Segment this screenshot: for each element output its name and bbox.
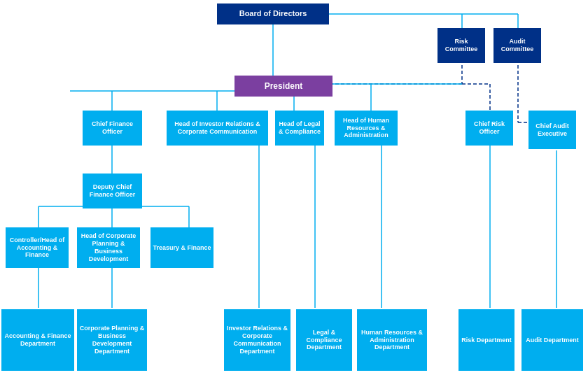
- cro: Chief Risk Officer: [465, 111, 513, 146]
- risk-committee: Risk Committee: [438, 28, 485, 63]
- legal-dept: Legal & Compliance Department: [296, 309, 352, 371]
- cae: Chief Audit Executive: [528, 111, 576, 149]
- cfo: Chief Finance Officer: [83, 111, 142, 146]
- org-chart: Board of Directors Risk Committee Audit …: [0, 0, 588, 375]
- hr-dept: Human Resources & Administration Departm…: [357, 309, 427, 371]
- president: President: [234, 76, 332, 97]
- treasury: Treasury & Finance: [150, 227, 214, 268]
- ir-dept: Investor Relations & Corporate Communica…: [224, 309, 290, 371]
- audit-committee: Audit Committee: [493, 28, 541, 63]
- audit-dept: Audit Department: [522, 309, 583, 371]
- dcfo: Deputy Chief Finance Officer: [83, 174, 142, 208]
- head-ir: Head of Investor Relations & Corporate C…: [167, 111, 268, 146]
- controller: Controller/Head of Accounting & Finance: [6, 227, 69, 268]
- accounting-dept: Accounting & Finance Department: [1, 309, 74, 371]
- board-of-directors: Board of Directors: [217, 3, 329, 24]
- head-hr: Head of Human Resources & Administration: [335, 111, 398, 146]
- head-corp: Head of Corporate Planning & Business De…: [77, 227, 140, 268]
- head-legal: Head of Legal & Compliance: [275, 111, 324, 146]
- corp-dept: Corporate Planning & Business Developmen…: [77, 309, 147, 371]
- risk-dept: Risk Department: [458, 309, 514, 371]
